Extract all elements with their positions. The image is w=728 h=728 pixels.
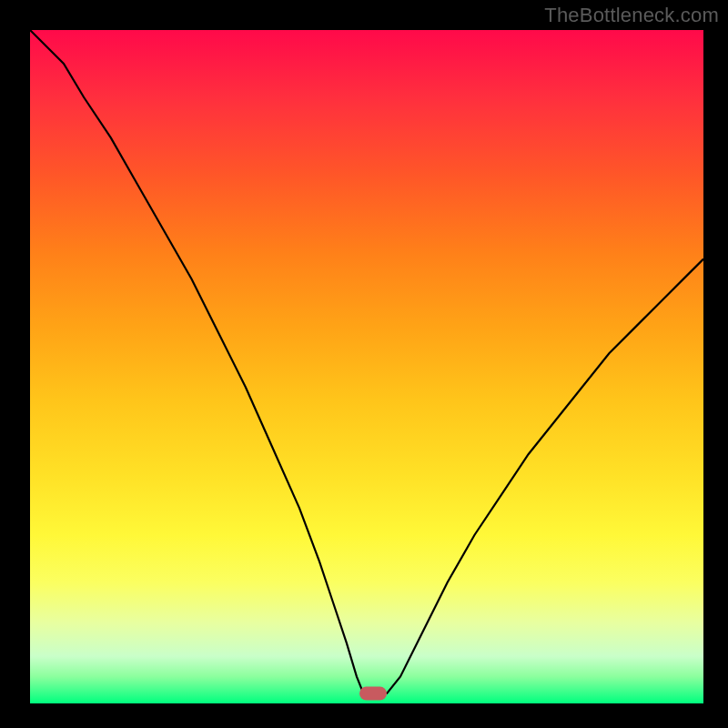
bottleneck-curve	[30, 30, 703, 703]
chart-marker	[359, 686, 387, 700]
curve-path	[30, 30, 703, 693]
chart-plot-area	[30, 30, 703, 703]
attribution-text: TheBottleneck.com	[544, 4, 719, 27]
